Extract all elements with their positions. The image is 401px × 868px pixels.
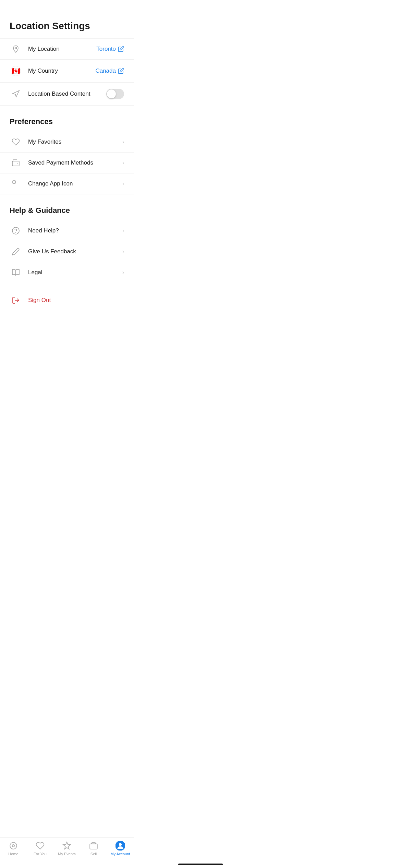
book-icon — [10, 268, 22, 277]
my-location-label: My Location — [28, 46, 96, 52]
give-feedback-label: Give Us Feedback — [28, 248, 122, 255]
change-app-icon-row[interactable]: t Change App Icon › — [0, 173, 134, 194]
location-based-content-toggle[interactable] — [106, 89, 124, 99]
change-app-icon-chevron: › — [122, 181, 124, 187]
flag-icon: 🇨🇦 — [10, 66, 22, 76]
my-country-label: My Country — [28, 68, 95, 74]
preferences-section: Preferences My Favorites › Saved Payment… — [0, 109, 134, 198]
my-location-row[interactable]: My Location Toronto — [0, 38, 134, 60]
svg-point-0 — [15, 47, 17, 49]
need-help-chevron: › — [122, 228, 124, 234]
legal-row[interactable]: Legal › — [0, 262, 134, 283]
my-country-value[interactable]: Canada — [95, 68, 124, 74]
sign-out-row[interactable]: Sign Out — [0, 287, 134, 314]
location-icon — [10, 45, 22, 53]
pencil-icon — [10, 248, 22, 256]
saved-payment-label: Saved Payment Methods — [28, 159, 122, 166]
saved-payment-row[interactable]: Saved Payment Methods › — [0, 153, 134, 173]
svg-marker-1 — [13, 91, 19, 97]
my-country-row[interactable]: 🇨🇦 My Country Canada — [0, 60, 134, 83]
heart-icon — [10, 138, 22, 146]
navigation-icon — [10, 90, 22, 98]
give-feedback-chevron: › — [122, 249, 124, 255]
legal-chevron: › — [122, 269, 124, 276]
my-favorites-label: My Favorites — [28, 138, 122, 145]
help-section: Help & Guidance Need Help? › Give Us Fee… — [0, 198, 134, 287]
svg-point-6 — [12, 227, 19, 234]
location-section: My Location Toronto 🇨🇦 My Country Canada — [0, 38, 134, 109]
help-title: Help & Guidance — [0, 198, 134, 220]
need-help-label: Need Help? — [28, 227, 122, 234]
preferences-title: Preferences — [0, 109, 134, 132]
saved-payment-chevron: › — [122, 160, 124, 166]
question-icon — [10, 227, 22, 235]
app-icon-icon: t — [10, 180, 22, 188]
my-favorites-chevron: › — [122, 139, 124, 145]
my-location-value[interactable]: Toronto — [96, 46, 124, 52]
give-feedback-row[interactable]: Give Us Feedback › — [0, 241, 134, 262]
my-favorites-row[interactable]: My Favorites › — [0, 132, 134, 153]
location-based-content-label: Location Based Content — [28, 91, 106, 97]
legal-label: Legal — [28, 269, 122, 276]
page-title: Location Settings — [0, 0, 134, 38]
wallet-icon — [10, 159, 22, 167]
sign-out-label: Sign Out — [28, 297, 51, 304]
page-wrapper: Location Settings My Location Toronto — [0, 0, 134, 348]
change-app-icon-label: Change App Icon — [28, 180, 122, 187]
svg-text:t: t — [14, 181, 15, 184]
sign-out-icon — [10, 296, 22, 304]
need-help-row[interactable]: Need Help? › — [0, 220, 134, 241]
location-based-content-row[interactable]: Location Based Content — [0, 83, 134, 106]
